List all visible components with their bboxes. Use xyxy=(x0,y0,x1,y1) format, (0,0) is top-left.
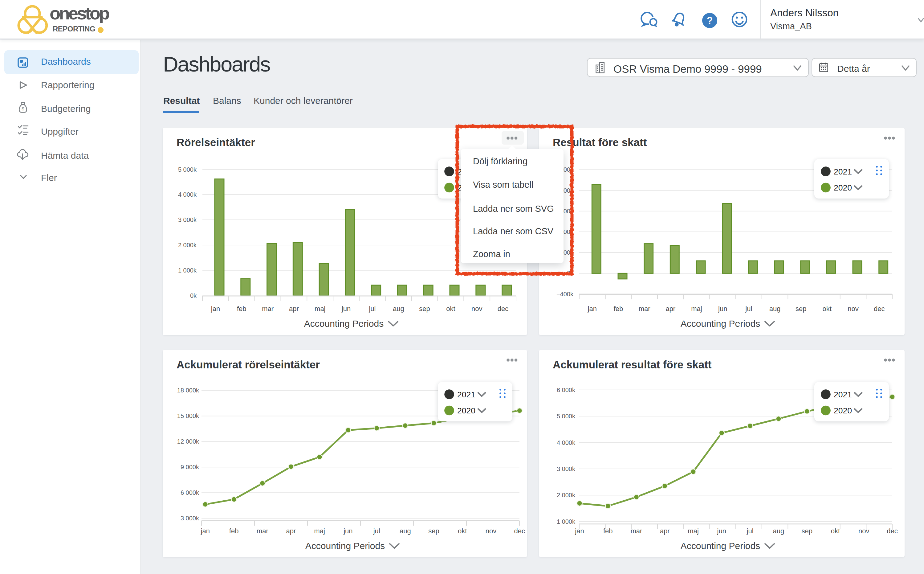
svg-text:nov: nov xyxy=(858,527,869,535)
svg-text:feb: feb xyxy=(237,305,247,312)
svg-text:1 000k: 1 000k xyxy=(557,518,575,525)
svg-text:aug: aug xyxy=(400,527,411,535)
svg-text:jul: jul xyxy=(746,527,754,535)
svg-text:12 000k: 12 000k xyxy=(177,438,200,445)
svg-text:dec: dec xyxy=(887,527,897,535)
svg-text:okt: okt xyxy=(458,527,467,535)
svg-text:4 000k: 4 000k xyxy=(178,191,197,198)
svg-text:2 000k: 2 000k xyxy=(557,492,575,498)
svg-text:4 000k: 4 000k xyxy=(557,439,575,446)
svg-text:Accounting Periods: Accounting Periods xyxy=(305,541,385,551)
svg-text:jan: jan xyxy=(211,305,220,312)
svg-text:6 000k: 6 000k xyxy=(181,489,200,496)
svg-text:maj: maj xyxy=(314,527,325,535)
svg-text:REPORTING: REPORTING xyxy=(53,25,95,33)
svg-text:mar: mar xyxy=(257,527,268,535)
svg-text:jun: jun xyxy=(718,305,727,312)
svg-text:15 000k: 15 000k xyxy=(177,412,200,419)
svg-text:dec: dec xyxy=(498,305,508,312)
svg-text:2020: 2020 xyxy=(834,406,852,415)
svg-text:dec: dec xyxy=(514,527,525,535)
svg-text:2021: 2021 xyxy=(834,167,852,176)
svg-text:2020: 2020 xyxy=(457,406,475,415)
svg-text:jun: jun xyxy=(343,527,352,535)
svg-text:maj: maj xyxy=(688,527,698,535)
svg-text:2020: 2020 xyxy=(834,183,852,192)
svg-text:nov: nov xyxy=(486,527,497,535)
svg-text:feb: feb xyxy=(603,527,613,535)
svg-text:aug: aug xyxy=(393,305,404,312)
svg-text:sep: sep xyxy=(428,527,439,535)
svg-text:okt: okt xyxy=(446,305,455,312)
svg-text:2021: 2021 xyxy=(834,390,852,399)
svg-text:5 000k: 5 000k xyxy=(178,166,197,173)
svg-text:jun: jun xyxy=(341,305,350,312)
svg-text:mar: mar xyxy=(262,305,273,312)
svg-text:2021: 2021 xyxy=(457,390,475,399)
svg-text:onestop: onestop xyxy=(50,4,109,23)
svg-text:Accounting Periods: Accounting Periods xyxy=(304,319,384,329)
svg-text:jan: jan xyxy=(575,527,584,535)
svg-text:aug: aug xyxy=(773,527,784,535)
svg-text:sep: sep xyxy=(801,527,812,535)
svg-text:maj: maj xyxy=(691,305,702,312)
svg-text:nov: nov xyxy=(471,305,482,312)
svg-text:jan: jan xyxy=(588,305,597,312)
svg-text:apr: apr xyxy=(289,305,299,312)
svg-text:dec: dec xyxy=(874,305,885,312)
svg-text:9 000k: 9 000k xyxy=(181,464,200,470)
svg-text:jul: jul xyxy=(745,305,752,312)
svg-text:nov: nov xyxy=(848,305,858,312)
svg-text:$: $ xyxy=(22,106,24,111)
svg-text:sep: sep xyxy=(419,305,430,312)
svg-text:jul: jul xyxy=(373,527,380,535)
svg-text:sep: sep xyxy=(795,305,806,312)
svg-text:okt: okt xyxy=(831,527,840,535)
svg-text:mar: mar xyxy=(631,527,643,535)
svg-text:6 000k: 6 000k xyxy=(557,386,575,393)
svg-text:3 000k: 3 000k xyxy=(557,465,575,472)
svg-text:Accounting Periods: Accounting Periods xyxy=(680,541,761,551)
svg-text:maj: maj xyxy=(314,305,325,312)
svg-text:5 000k: 5 000k xyxy=(557,413,575,419)
svg-text:aug: aug xyxy=(769,305,781,312)
svg-text:apr: apr xyxy=(660,527,670,535)
svg-text:jan: jan xyxy=(201,527,210,535)
svg-text:jun: jun xyxy=(717,527,726,535)
svg-text:Accounting Periods: Accounting Periods xyxy=(680,319,761,329)
svg-text:apr: apr xyxy=(666,305,675,312)
svg-text:2 000k: 2 000k xyxy=(178,242,197,248)
svg-text:3 000k: 3 000k xyxy=(181,515,200,522)
svg-text:apr: apr xyxy=(286,527,296,535)
svg-text:feb: feb xyxy=(614,305,623,312)
svg-text:3 000k: 3 000k xyxy=(178,216,197,223)
svg-text:0k: 0k xyxy=(190,292,197,299)
svg-text:mar: mar xyxy=(639,305,651,312)
svg-text:1 000k: 1 000k xyxy=(178,267,197,274)
svg-text:jul: jul xyxy=(368,305,376,312)
svg-text:18 000k: 18 000k xyxy=(177,387,200,394)
svg-text:feb: feb xyxy=(229,527,239,535)
svg-text:okt: okt xyxy=(823,305,831,312)
svg-text:?: ? xyxy=(707,15,713,26)
svg-text:−400k: −400k xyxy=(556,291,574,298)
